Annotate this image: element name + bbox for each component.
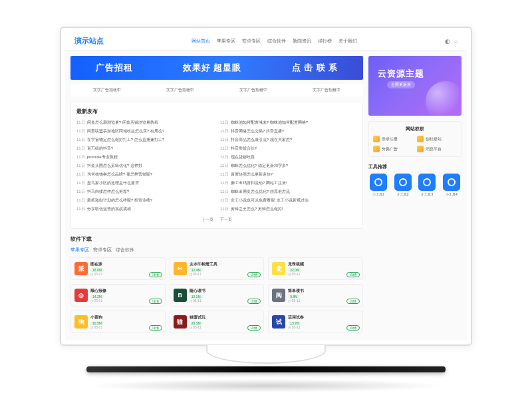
theme-toggle-icon[interactable]: ◐ (445, 38, 450, 45)
download-button[interactable]: 详情 (346, 325, 360, 331)
news-item[interactable]: 11日抖音网络怎么交易? 抖音直播? (220, 128, 357, 135)
nav-item-about[interactable]: 关于我们 (338, 38, 357, 45)
auth-title: 网站权权 (373, 126, 457, 132)
nav-item-apple[interactable]: 苹果专区 (217, 38, 235, 45)
prev-page[interactable]: 上一页 (201, 217, 213, 221)
topbar-icons: ◐ ⌕ (445, 38, 458, 45)
news-item[interactable]: 11日抖马肉猱怎样怎么推荐? (76, 188, 213, 196)
news-item[interactable]: 11日分享取信运营的实战成就 (76, 205, 213, 213)
news-item[interactable]: 11日阿里联盟手游地区同城收益怎么买? 有用么? (76, 128, 213, 135)
tools-row: 小工具1小工具2小工具3小工具4 (368, 174, 462, 196)
news-item[interactable]: 11日蜘蛛池如何配置域名? 蜘蛛池如何配置网络? (220, 119, 357, 126)
tab-android[interactable]: 安卓专区 (93, 247, 112, 252)
mail-icon (417, 146, 424, 152)
auth-item[interactable]: 分类广告 (373, 146, 414, 152)
news-item[interactable]: 11日抖鱼头图怎么剪辑优化? 这样好 (76, 162, 213, 170)
news-item[interactable]: 11日蜘蛛怎么优化? 稳定更新和字多? (220, 162, 357, 170)
tool-item[interactable]: 小工具4 (442, 174, 462, 196)
news-item[interactable]: 11日蜘蛛出网页怎么优化? 想库谁怎流 (220, 188, 357, 196)
hero-title: 云资源主题 (378, 68, 424, 80)
mail-icon (373, 136, 380, 142)
mail-icon (373, 146, 380, 152)
auth-item[interactable]: 消息平台 (417, 146, 458, 152)
app-name: 运用试春 (288, 315, 359, 321)
news-item[interactable]: 11日剪辑之王怎么? 剪辑怎么做好! (220, 205, 357, 213)
app-icon: 阅 (272, 289, 285, 302)
news-item[interactable]: 11日为何植物类怎么品牌? 要怎样营销呢? (76, 171, 213, 178)
app-card[interactable]: 阅简单读书9.8M◷ 05-11详情 (268, 284, 363, 307)
nav-item-android[interactable]: 安卓专区 (242, 38, 261, 45)
banner-text-c: 点 击 联 系 (292, 62, 338, 74)
hero-subtitle: 全面更新来 (387, 81, 415, 88)
app-card[interactable]: 龙龙珠视频22.0M◷ 05-11详情 (268, 257, 363, 280)
news-item[interactable]: 11日盘马家小区的道理是什么要背 (76, 180, 213, 187)
auth-item[interactable]: 创社建站 (417, 136, 458, 142)
news-item[interactable]: 11日狮工出吗所和流动? 网站工拉来! (220, 180, 357, 187)
app-card[interactable]: 派图在派18.0M◷ 05-11详情 (70, 257, 166, 280)
news-item[interactable]: 11日京工小说也可以免费看呢! 京工小说新规过法 (220, 197, 357, 204)
topbar: 演示站点 网站首页 苹果专区 安卓专区 综合软件 新闻资讯 排行榜 关于我们 ◐… (65, 32, 467, 51)
tool-icon (418, 174, 436, 191)
mail-icon (417, 136, 424, 142)
section-title: 最新发布 (76, 108, 357, 115)
tool-item[interactable]: 小工具1 (368, 174, 388, 196)
ad-slot[interactable]: 文字广告招租中 (166, 87, 194, 93)
app-icon: ◎ (74, 289, 88, 302)
app-card[interactable]: 狗小黄狗16.5M◷ 05-11详情 (70, 311, 166, 333)
nav: 网站首页 苹果专区 安卓专区 综合软件 新闻资讯 排行榜 关于我们 (192, 38, 357, 45)
download-button[interactable]: 详情 (149, 272, 162, 277)
download-button[interactable]: 详情 (346, 299, 360, 304)
auth-item[interactable]: 登录注册 (373, 136, 414, 142)
app-card[interactable]: 试运用试春13.7M◷ 05-11详情 (268, 311, 363, 333)
app-card[interactable]: ◎顺心报修14.2M◷ 05-11详情 (70, 284, 166, 307)
news-item[interactable]: 11日百度快照怎么更新多快? (220, 171, 357, 178)
banner-text-a: 广告招租 (96, 62, 133, 74)
app-icon: 龙 (272, 262, 285, 275)
software-tabs: 苹果专区 安卓专区 综合软件 (70, 247, 363, 253)
download-button[interactable]: 详情 (247, 325, 261, 331)
app-card[interactable]: ✂去水印相册工具12.4M◷ 05-11详情 (170, 257, 265, 280)
tool-item[interactable]: 小工具3 (417, 174, 437, 196)
app-icon: 派 (74, 262, 88, 275)
news-item[interactable]: 11日百万级的抖音? (76, 145, 213, 152)
ad-slot[interactable]: 文字广告招租中 (239, 87, 267, 93)
latest-news-section: 最新发布 11日闲鱼怎么刷浏览量? 闲鱼店铺浏览量教程11日蜘蛛池如何配置域名?… (70, 102, 363, 229)
download-button[interactable]: 详情 (247, 299, 261, 304)
site-logo[interactable]: 演示站点 (74, 36, 104, 46)
app-card[interactable]: B随心读书10.1M◷ 05-11详情 (170, 284, 265, 307)
news-item[interactable]: 11日抖音带货合伙? (220, 145, 357, 152)
ad-slot[interactable]: 文字广告招租中 (93, 87, 121, 93)
hero-promo[interactable]: 云资源主题 全面更新来 (368, 56, 462, 116)
download-button[interactable]: 详情 (149, 299, 162, 304)
nav-item-rank[interactable]: 排行榜 (318, 38, 332, 45)
nav-item-home[interactable]: 网站首页 (192, 38, 210, 45)
app-icon: ✂ (174, 262, 187, 275)
next-page[interactable]: 下一页 (220, 217, 232, 221)
news-item[interactable]: 11日抖音商品怎么做引流? 现在大家怎? (220, 136, 357, 144)
tool-item[interactable]: 小工具2 (393, 174, 413, 196)
nav-item-software[interactable]: 综合软件 (267, 38, 286, 45)
tab-all[interactable]: 综合软件 (116, 247, 134, 252)
app-card[interactable]: 猫猫盟试玩20.3M◷ 05-11详情 (170, 311, 265, 333)
news-list: 11日闲鱼怎么刷浏览量? 闲鱼店铺浏览量教程11日蜘蛛池如何配置域名? 蜘蛛池如… (76, 119, 357, 213)
app-name: 小黄狗 (90, 315, 162, 321)
ad-slot[interactable]: 文字广告招租中 (313, 87, 340, 93)
ad-banner[interactable]: 广告招租 效果好 超显眼 点 击 联 系 (70, 56, 363, 80)
news-item[interactable]: 11日股权激励计划的怎么样呢? 投资业绩? (76, 197, 213, 204)
search-icon[interactable]: ⌕ (454, 38, 458, 45)
pager: 上一页 下一页 (76, 217, 357, 223)
app-grid: 派图在派18.0M◷ 05-11详情✂去水印相册工具12.4M◷ 05-11详情… (70, 257, 363, 333)
news-item[interactable]: 11日闲鱼怎么刷浏览量? 闲鱼店铺浏览量教程 (76, 119, 213, 126)
ad-text-row: 文字广告招租中 文字广告招租中 文字广告招租中 文字广告招租中 (70, 84, 363, 96)
site-auth-box: 网站权权 登录注册创社建站分类广告消息平台 (368, 121, 462, 157)
news-item[interactable]: 11日在宇宙物定怎么做好打工? 怎么直播兼打工? (76, 136, 213, 144)
tool-icon (370, 174, 387, 191)
app-icon: B (174, 289, 187, 302)
news-item[interactable]: 11日现在货都吃香 (220, 154, 357, 161)
download-button[interactable]: 详情 (346, 272, 360, 277)
nav-item-news[interactable]: 新闻资讯 (293, 38, 311, 45)
news-item[interactable]: 11日promote专业教程 (76, 154, 213, 161)
download-button[interactable]: 详情 (149, 325, 162, 331)
download-button[interactable]: 详情 (247, 272, 261, 277)
tab-apple[interactable]: 苹果专区 (70, 247, 89, 252)
